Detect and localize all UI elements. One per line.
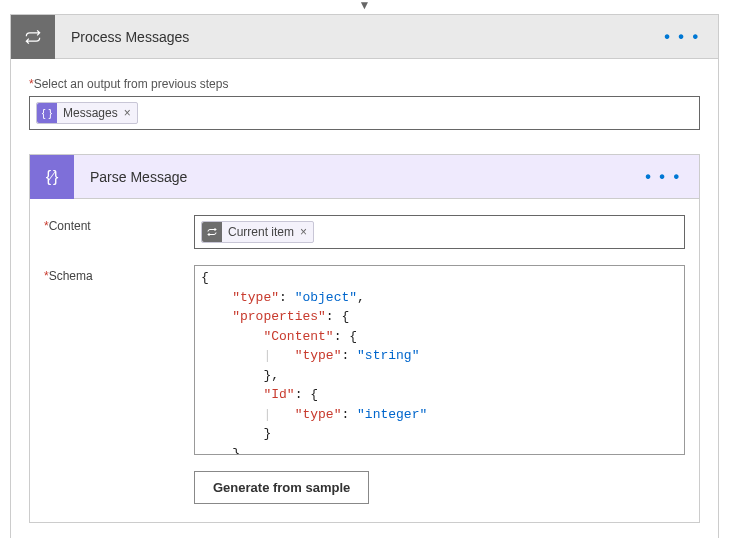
token-label: Current item (228, 225, 294, 239)
generate-from-sample-button[interactable]: Generate from sample (194, 471, 369, 504)
process-messages-body: *Select an output from previous steps { … (11, 59, 718, 538)
parse-message-title: Parse Message (74, 169, 627, 185)
schema-code[interactable]: { "type": "object", "properties": { "Con… (195, 266, 684, 455)
process-messages-header[interactable]: Process Messages • • • (11, 15, 718, 59)
output-select-input[interactable]: { } Messages × (29, 96, 700, 130)
generate-row: Generate from sample (44, 471, 685, 504)
token-label: Messages (63, 106, 118, 120)
brackets-icon: { } (37, 103, 57, 123)
parse-icon: {⁄} (30, 155, 74, 199)
process-messages-menu-button[interactable]: • • • (646, 28, 718, 46)
loop-small-icon (202, 222, 222, 242)
schema-row: *Schema { "type": "object", "properties"… (44, 265, 685, 455)
token-remove-icon[interactable]: × (300, 225, 307, 239)
content-input[interactable]: Current item × (194, 215, 685, 249)
output-select-label: *Select an output from previous steps (29, 77, 700, 91)
token-messages[interactable]: { } Messages × (36, 102, 138, 124)
parse-message-menu-button[interactable]: • • • (627, 168, 699, 186)
schema-editor[interactable]: { "type": "object", "properties": { "Con… (194, 265, 685, 455)
schema-label: *Schema (44, 265, 194, 283)
token-current-item[interactable]: Current item × (201, 221, 314, 243)
parse-message-body: *Content Current item × (30, 199, 699, 522)
parse-message-header[interactable]: {⁄} Parse Message • • • (30, 155, 699, 199)
process-messages-card: Process Messages • • • *Select an output… (10, 14, 719, 538)
flow-arrow-top: ▼ (0, 0, 729, 14)
token-remove-icon[interactable]: × (124, 106, 131, 120)
content-label: *Content (44, 215, 194, 233)
process-messages-title: Process Messages (55, 29, 646, 45)
parse-message-card: {⁄} Parse Message • • • *Content (29, 154, 700, 523)
loop-icon (11, 15, 55, 59)
content-row: *Content Current item × (44, 215, 685, 249)
